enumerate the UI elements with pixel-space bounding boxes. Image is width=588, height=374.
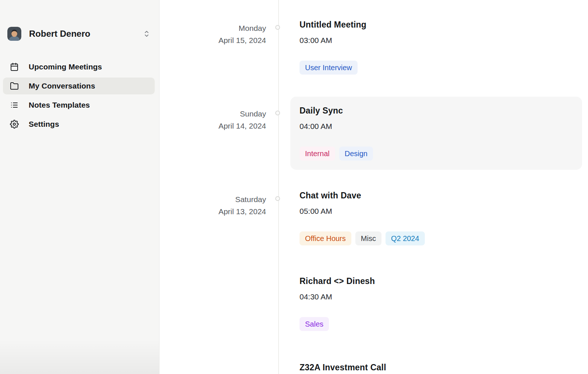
tag-sales[interactable]: Sales bbox=[300, 317, 329, 331]
conversations-timeline: Monday April 15, 2024 Sunday April 14, 2… bbox=[159, 0, 588, 374]
date-full: April 14, 2024 bbox=[159, 120, 266, 132]
meeting-time: 05:00 AM bbox=[300, 206, 425, 216]
tag-office-hours[interactable]: Office Hours bbox=[300, 231, 351, 245]
tag-design[interactable]: Design bbox=[339, 147, 373, 161]
meeting-title: Untitled Meeting bbox=[300, 19, 366, 30]
sidebar-item-notes-templates[interactable]: Notes Templates bbox=[3, 97, 155, 114]
tag-internal[interactable]: Internal bbox=[300, 147, 335, 161]
sidebar-item-label: Settings bbox=[29, 120, 59, 129]
sidebar-item-my-conversations[interactable]: My Conversations bbox=[3, 78, 155, 94]
timeline-line bbox=[278, 0, 279, 374]
gear-icon bbox=[10, 120, 19, 129]
sidebar: Robert Denero Upcoming Meetings bbox=[0, 0, 159, 374]
date-weekday: Monday bbox=[159, 22, 266, 34]
meeting-time: 04:00 AM bbox=[300, 122, 582, 131]
chevron-updown-icon bbox=[143, 30, 150, 38]
tag-q2-2024[interactable]: Q2 2024 bbox=[386, 231, 425, 245]
sidebar-item-upcoming-meetings[interactable]: Upcoming Meetings bbox=[3, 58, 155, 75]
sidebar-item-label: My Conversations bbox=[29, 82, 95, 90]
meeting-item-richard-dinesh[interactable]: Richard <> Dinesh 04:30 AM Sales bbox=[300, 276, 375, 331]
meeting-title: Chat with Dave bbox=[300, 190, 425, 201]
date-full: April 13, 2024 bbox=[159, 205, 266, 217]
timeline-dot bbox=[275, 196, 280, 201]
date-group: Sunday April 14, 2024 bbox=[159, 108, 266, 132]
meeting-tags: User Interview bbox=[300, 61, 366, 75]
sidebar-item-label: Upcoming Meetings bbox=[29, 62, 102, 71]
meeting-item-daily-sync-highlighted[interactable]: Daily Sync 04:00 AM Internal Design bbox=[290, 97, 582, 170]
folder-icon bbox=[10, 82, 19, 90]
date-full: April 15, 2024 bbox=[159, 34, 266, 46]
tag-user-interview[interactable]: User Interview bbox=[300, 61, 358, 75]
meeting-title: Richard <> Dinesh bbox=[300, 276, 375, 286]
sidebar-item-settings[interactable]: Settings bbox=[3, 116, 155, 133]
date-group: Saturday April 13, 2024 bbox=[159, 193, 266, 217]
meeting-tags: Office Hours Misc Q2 2024 bbox=[300, 231, 425, 245]
date-weekday: Sunday bbox=[159, 108, 266, 120]
timeline-dot bbox=[275, 111, 280, 115]
meeting-item-untitled-meeting[interactable]: Untitled Meeting 03:00 AM User Interview bbox=[300, 19, 366, 75]
meeting-time: 04:30 AM bbox=[300, 292, 375, 302]
app-window: Robert Denero Upcoming Meetings bbox=[0, 0, 588, 374]
user-name: Robert Denero bbox=[29, 29, 143, 39]
meeting-title: Z32A Investment Call bbox=[300, 362, 386, 373]
list-icon bbox=[10, 101, 19, 109]
avatar bbox=[7, 27, 21, 41]
meeting-item-z32a-investment-call[interactable]: Z32A Investment Call bbox=[300, 362, 386, 373]
meeting-item-chat-with-dave[interactable]: Chat with Dave 05:00 AM Office Hours Mis… bbox=[300, 190, 425, 245]
profile-switcher[interactable]: Robert Denero bbox=[7, 27, 150, 41]
sidebar-item-label: Notes Templates bbox=[29, 101, 90, 109]
date-group: Monday April 15, 2024 bbox=[159, 22, 266, 46]
meeting-tags: Sales bbox=[300, 317, 375, 331]
meeting-time: 03:00 AM bbox=[300, 36, 366, 45]
date-weekday: Saturday bbox=[159, 193, 266, 205]
timeline-dot bbox=[275, 25, 280, 30]
tag-misc[interactable]: Misc bbox=[355, 231, 381, 245]
sidebar-bottom-fade bbox=[0, 339, 159, 374]
calendar-icon bbox=[10, 62, 19, 71]
meeting-title: Daily Sync bbox=[300, 105, 582, 116]
sidebar-nav: Upcoming Meetings My Conversations bbox=[3, 58, 155, 133]
meeting-tags: Internal Design bbox=[300, 147, 582, 161]
